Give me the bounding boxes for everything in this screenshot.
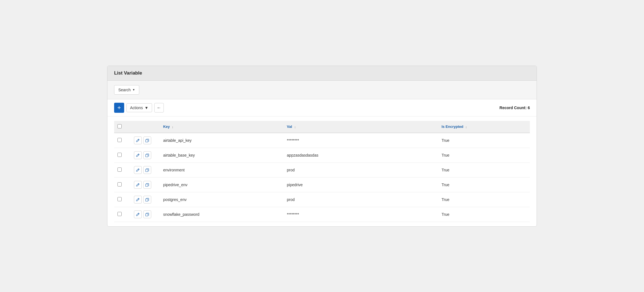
actions-button[interactable]: Actions ▼ <box>126 103 152 112</box>
row-checkbox-2[interactable] <box>117 167 122 172</box>
row-actions-cell <box>129 162 158 177</box>
copy-icon <box>145 168 149 172</box>
copy-button-1[interactable] <box>143 151 151 159</box>
row-checkbox-cell <box>114 192 129 207</box>
svg-rect-4 <box>146 199 148 201</box>
row-val-cell: pipedrive <box>282 177 437 192</box>
add-button[interactable]: + <box>114 103 124 113</box>
svg-rect-2 <box>146 169 148 172</box>
main-container: List Variable Search ▼ + Actions ▼ ← Rec… <box>107 66 537 227</box>
toolbar-left: + Actions ▼ ← <box>114 103 164 113</box>
back-button[interactable]: ← <box>154 103 164 113</box>
row-encrypted-cell: True <box>437 133 530 148</box>
edit-icon <box>136 138 140 142</box>
table-body: airtable_api_key ******** True <box>114 133 530 222</box>
row-key-cell: airtable_api_key <box>159 133 282 148</box>
edit-button-5[interactable] <box>134 210 142 218</box>
search-button[interactable]: Search ▼ <box>114 85 139 95</box>
table-header-row: Key ↕ Val ↕ Is Encrypted ↕ <box>114 121 530 133</box>
table-row: airtable_base_key appzasdasdasdas True <box>114 148 530 162</box>
table-row: postgres_env prod True <box>114 192 530 207</box>
row-actions-cell <box>129 133 158 148</box>
row-checkbox-cell <box>114 148 129 162</box>
row-encrypted-cell: True <box>437 148 530 162</box>
table-row: environment prod True <box>114 162 530 177</box>
variables-table: Key ↕ Val ↕ Is Encrypted ↕ <box>114 121 530 222</box>
svg-rect-3 <box>146 184 148 186</box>
svg-rect-0 <box>146 140 148 142</box>
row-actions-cell <box>129 192 158 207</box>
row-checkbox-cell <box>114 207 129 222</box>
row-encrypted-cell: True <box>437 207 530 222</box>
edit-button-2[interactable] <box>134 166 142 174</box>
copy-button-0[interactable] <box>143 137 151 144</box>
copy-button-2[interactable] <box>143 166 151 174</box>
row-encrypted-cell: True <box>437 177 530 192</box>
table-wrapper: Key ↕ Val ↕ Is Encrypted ↕ <box>107 116 537 226</box>
row-actions-cell <box>129 148 158 162</box>
edit-icon <box>136 168 140 172</box>
page-title: List Variable <box>114 70 530 76</box>
header-val-label: Val <box>287 125 292 129</box>
row-checkbox-5[interactable] <box>117 212 122 216</box>
row-val-cell: ******** <box>282 207 437 222</box>
edit-button-3[interactable] <box>134 181 142 189</box>
row-encrypted-cell: True <box>437 192 530 207</box>
actions-chevron-icon: ▼ <box>145 106 148 110</box>
val-sort-icon[interactable]: ↕ <box>294 125 296 129</box>
encrypted-sort-icon[interactable]: ↕ <box>465 125 467 129</box>
edit-icon <box>136 198 140 202</box>
svg-rect-1 <box>146 154 148 157</box>
copy-icon <box>145 183 149 187</box>
row-val-cell: prod <box>282 192 437 207</box>
search-bar-container: Search ▼ <box>107 81 537 99</box>
copy-button-4[interactable] <box>143 196 151 204</box>
row-key-cell: postgres_env <box>159 192 282 207</box>
table-row: airtable_api_key ******** True <box>114 133 530 148</box>
table-row: snowflake_password ******** True <box>114 207 530 222</box>
copy-button-5[interactable] <box>143 210 151 218</box>
edit-icon <box>136 153 140 157</box>
record-count: Record Count: 6 <box>499 106 530 110</box>
search-label: Search <box>118 88 131 92</box>
actions-label: Actions <box>130 106 143 110</box>
table-row: pipedrive_env pipedrive True <box>114 177 530 192</box>
row-checkbox-cell <box>114 133 129 148</box>
copy-icon <box>145 138 149 142</box>
header-encrypted-label: Is Encrypted <box>441 125 463 129</box>
toolbar: + Actions ▼ ← Record Count: 6 <box>107 99 537 116</box>
row-key-cell: pipedrive_env <box>159 177 282 192</box>
row-checkbox-1[interactable] <box>117 153 122 157</box>
edit-button-4[interactable] <box>134 196 142 204</box>
edit-button-1[interactable] <box>134 151 142 159</box>
row-checkbox-4[interactable] <box>117 197 122 201</box>
edit-icon <box>136 212 140 216</box>
row-key-cell: airtable_base_key <box>159 148 282 162</box>
search-chevron-icon: ▼ <box>132 88 135 91</box>
row-encrypted-cell: True <box>437 162 530 177</box>
copy-button-3[interactable] <box>143 181 151 189</box>
header-actions-col <box>129 121 158 133</box>
row-checkbox-cell <box>114 177 129 192</box>
header-key-col: Key ↕ <box>159 121 282 133</box>
row-val-cell: prod <box>282 162 437 177</box>
row-checkbox-0[interactable] <box>117 138 122 142</box>
edit-icon <box>136 183 140 187</box>
edit-button-0[interactable] <box>134 137 142 144</box>
header-val-col: Val ↕ <box>282 121 437 133</box>
row-actions-cell <box>129 207 158 222</box>
copy-icon <box>145 212 149 216</box>
header-key-label: Key <box>163 125 170 129</box>
header-checkbox-col <box>114 121 129 133</box>
select-all-checkbox[interactable] <box>117 124 122 128</box>
row-val-cell: ******** <box>282 133 437 148</box>
copy-icon <box>145 198 149 202</box>
back-icon: ← <box>157 105 161 110</box>
row-val-cell: appzasdasdasdas <box>282 148 437 162</box>
row-checkbox-3[interactable] <box>117 182 122 186</box>
header-encrypted-col: Is Encrypted ↕ <box>437 121 530 133</box>
copy-icon <box>145 153 149 157</box>
key-sort-icon[interactable]: ↕ <box>172 125 174 129</box>
row-key-cell: snowflake_password <box>159 207 282 222</box>
row-actions-cell <box>129 177 158 192</box>
